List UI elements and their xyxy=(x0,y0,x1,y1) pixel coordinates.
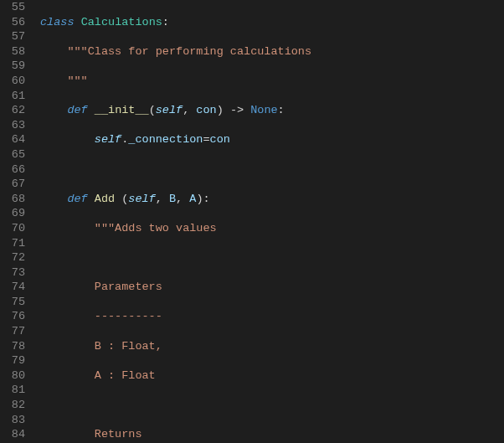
docstring-line: Parameters xyxy=(95,281,162,293)
var-con: con xyxy=(210,133,230,146)
line-number: 60 xyxy=(0,74,37,89)
line-number: 77 xyxy=(0,324,37,339)
keyword-def: def xyxy=(67,193,87,205)
line-number: 82 xyxy=(0,398,37,413)
docstring-end: """ xyxy=(67,75,87,87)
line-number: 62 xyxy=(0,103,37,118)
line-number-gutter: 5556575859606162636465666768697071727374… xyxy=(0,0,37,443)
line-number: 81 xyxy=(0,383,37,398)
line-number: 61 xyxy=(0,89,37,104)
line-number: 71 xyxy=(0,236,37,251)
line-number: 79 xyxy=(0,353,37,368)
line-number: 66 xyxy=(0,162,37,178)
line-number: 69 xyxy=(0,206,37,221)
function-init: __init__ xyxy=(95,104,149,116)
line-number: 68 xyxy=(0,192,37,207)
line-number: 76 xyxy=(0,309,37,324)
line-number: 58 xyxy=(0,44,37,59)
line-number: 59 xyxy=(0,59,37,74)
keyword-def: def xyxy=(67,104,87,116)
line-number: 72 xyxy=(0,250,37,265)
code-content[interactable]: class Calculations: """Class for perform… xyxy=(37,0,504,443)
line-number: 55 xyxy=(0,0,37,15)
param-self: self xyxy=(128,193,155,205)
docstring-line: A : Float xyxy=(95,369,156,382)
docstring-line: Returns xyxy=(95,428,142,440)
line-number: 83 xyxy=(0,413,37,428)
param-con: con xyxy=(196,104,216,116)
line-number: 78 xyxy=(0,339,37,354)
line-number: 65 xyxy=(0,147,37,162)
attr-connection: _connection xyxy=(128,133,203,146)
docstring-line: B : Float, xyxy=(95,340,162,353)
docstring: """Class for performing calculations xyxy=(67,45,311,58)
line-number: 80 xyxy=(0,368,37,384)
line-number: 64 xyxy=(0,132,37,147)
line-number: 67 xyxy=(0,177,37,192)
line-number: 63 xyxy=(0,118,37,133)
line-number: 74 xyxy=(0,280,37,295)
line-number: 75 xyxy=(0,295,37,310)
none-type: None xyxy=(250,104,277,116)
function-add: Add xyxy=(95,193,115,205)
class-name: Calculations xyxy=(81,16,162,28)
line-number: 70 xyxy=(0,221,37,236)
code-editor[interactable]: 5556575859606162636465666768697071727374… xyxy=(0,0,504,443)
line-number: 57 xyxy=(0,29,37,44)
line-number: 56 xyxy=(0,15,37,30)
docstring: """Adds two values xyxy=(95,222,217,234)
param-B: B xyxy=(169,193,176,205)
docstring-line: ---------- xyxy=(95,310,162,322)
line-number: 73 xyxy=(0,265,37,281)
self-ref: self xyxy=(95,133,121,146)
keyword-class: class xyxy=(40,16,75,28)
param-self: self xyxy=(156,104,183,116)
line-number: 84 xyxy=(0,427,37,442)
